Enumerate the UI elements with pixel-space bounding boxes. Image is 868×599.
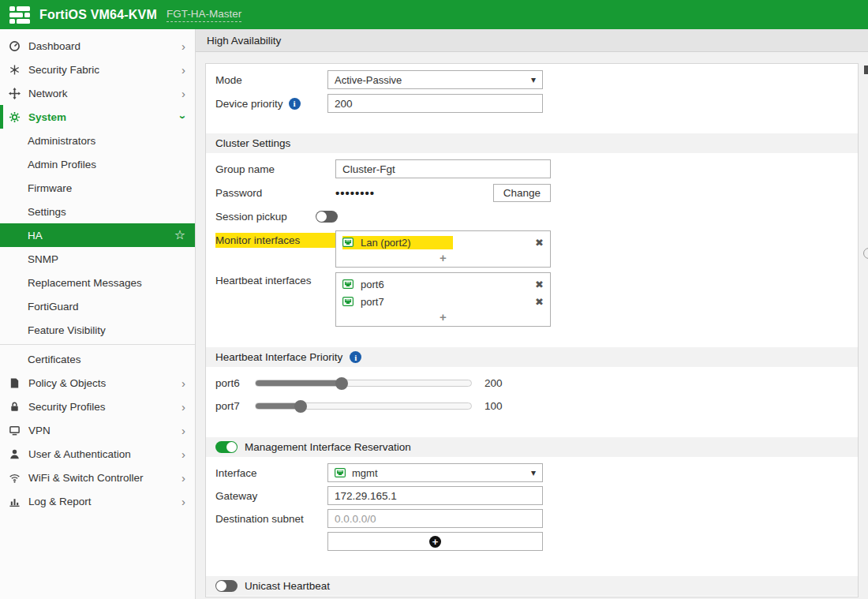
sidebar-item-firmware[interactable]: Firmware bbox=[0, 176, 195, 200]
sidebar-item-admin-profiles[interactable]: Admin Profiles bbox=[0, 152, 195, 176]
port6-priority-slider[interactable] bbox=[255, 380, 472, 387]
lock-icon bbox=[8, 401, 21, 413]
wifi-icon bbox=[8, 472, 21, 484]
chevron-down-icon bbox=[181, 111, 185, 123]
bar-chart-icon bbox=[8, 496, 21, 507]
sidebar-item-network[interactable]: Network bbox=[0, 81, 195, 105]
add-monitor-interface-button[interactable] bbox=[342, 251, 544, 265]
remove-icon[interactable] bbox=[535, 237, 544, 249]
mgmt-interface-value: mgmt bbox=[352, 467, 525, 479]
session-pickup-toggle[interactable] bbox=[316, 211, 338, 223]
sidebar-item-security-fabric[interactable]: Security Fabric bbox=[0, 58, 195, 81]
scrollbar-thumb[interactable] bbox=[864, 66, 868, 74]
remove-icon[interactable] bbox=[535, 279, 544, 290]
ha-settings-card: Mode Active-Passive Device priority bbox=[205, 63, 859, 597]
port7-priority-value: 100 bbox=[485, 400, 503, 412]
policy-icon bbox=[8, 377, 21, 389]
destination-subnet-label: Destination subnet bbox=[215, 513, 327, 525]
chevron-right-icon bbox=[181, 401, 185, 413]
port7-priority-slider[interactable] bbox=[255, 402, 472, 410]
sidebar-item-label: WiFi & Switch Controller bbox=[28, 472, 144, 484]
info-icon[interactable] bbox=[350, 351, 361, 363]
sidebar-item-label: Log & Report bbox=[28, 496, 92, 507]
sidebar-item-label: Dashboard bbox=[28, 40, 80, 52]
sidebar-item-wifi-switch-controller[interactable]: WiFi & Switch Controller bbox=[0, 466, 195, 489]
sidebar-item-system[interactable]: System bbox=[0, 105, 195, 129]
sidebar-item-label: User & Authentication bbox=[28, 448, 131, 460]
info-icon[interactable] bbox=[289, 98, 301, 110]
sidebar-item-policy-objects[interactable]: Policy & Objects bbox=[0, 371, 195, 395]
sidebar-item-user-authentication[interactable]: User & Authentication bbox=[0, 442, 195, 466]
gateway-label: Gateway bbox=[215, 490, 327, 502]
interface-name: Lan (port2) bbox=[361, 237, 411, 249]
destination-subnet-input[interactable] bbox=[327, 509, 543, 528]
add-heartbeat-interface-button[interactable] bbox=[342, 310, 544, 324]
sidebar-item-security-profiles[interactable]: Security Profiles bbox=[0, 395, 195, 418]
mode-value: Active-Passive bbox=[335, 74, 525, 86]
chevron-right-icon bbox=[181, 425, 185, 436]
sidebar-item-label: Network bbox=[28, 88, 68, 99]
group-name-input[interactable] bbox=[335, 159, 551, 178]
add-subnet-button[interactable] bbox=[327, 532, 543, 551]
user-icon bbox=[8, 448, 21, 460]
interface-entry: port7 bbox=[342, 293, 544, 310]
sidebar-item-fortiguard[interactable]: FortiGuard bbox=[0, 294, 195, 318]
favorite-star-icon[interactable] bbox=[174, 229, 185, 241]
interface-entry: Lan (port2) bbox=[342, 234, 544, 251]
section-heartbeat-interface-priority: Heartbeat Interface Priority bbox=[206, 347, 858, 367]
content-area: Mode Active-Passive Device priority bbox=[196, 52, 868, 599]
sidebar-item-label: System bbox=[28, 111, 66, 123]
fortinet-logo-icon bbox=[9, 6, 30, 24]
password-label: Password bbox=[215, 187, 335, 199]
sidebar-item-settings[interactable]: Settings bbox=[0, 200, 195, 223]
sidebar-item-label: Security Profiles bbox=[28, 401, 106, 413]
mgmt-interface-select[interactable]: mgmt bbox=[327, 463, 543, 482]
mode-select[interactable]: Active-Passive bbox=[327, 70, 543, 89]
sidebar-item-label: Policy & Objects bbox=[28, 377, 106, 389]
sidebar-item-vpn[interactable]: VPN bbox=[0, 418, 195, 442]
management-interface-reservation-toggle[interactable] bbox=[215, 441, 238, 453]
heartbeat-interfaces-box: port6 port7 bbox=[335, 272, 551, 327]
gateway-input[interactable] bbox=[327, 486, 543, 505]
fabric-icon bbox=[8, 64, 21, 76]
sidebar-item-feature-visibility[interactable]: Feature Visibility bbox=[0, 318, 195, 342]
password-mask: •••••••• bbox=[335, 186, 375, 200]
remove-icon[interactable] bbox=[535, 296, 544, 308]
ethernet-port-icon bbox=[342, 238, 354, 247]
sidebar-divider bbox=[0, 344, 195, 345]
chevron-right-icon bbox=[181, 448, 185, 460]
sidebar-item-dashboard[interactable]: Dashboard bbox=[0, 34, 195, 58]
mode-label: Mode bbox=[215, 74, 327, 86]
unicast-heartbeat-toggle[interactable] bbox=[215, 580, 238, 592]
chevron-down-icon bbox=[531, 74, 536, 85]
sidebar-item-snmp[interactable]: SNMP bbox=[0, 247, 195, 271]
sidebar: Dashboard Security Fabric Network System… bbox=[0, 29, 196, 599]
chevron-down-icon bbox=[531, 467, 536, 478]
sidebar-item-replacement-messages[interactable]: Replacement Messages bbox=[0, 271, 195, 294]
sidebar-item-log-report[interactable]: Log & Report bbox=[0, 489, 195, 513]
monitor-interfaces-label: Monitor interfaces bbox=[215, 230, 335, 248]
sidebar-item-certificates[interactable]: Certificates bbox=[0, 347, 195, 371]
sidebar-item-administrators[interactable]: Administrators bbox=[0, 129, 195, 152]
interface-name: port7 bbox=[361, 296, 384, 308]
product-name: FortiOS VM64-KVM bbox=[39, 8, 157, 22]
chevron-right-icon bbox=[181, 496, 185, 507]
interface-label: Interface bbox=[215, 467, 327, 479]
page-title: High Availability bbox=[196, 29, 868, 52]
slider-handle[interactable] bbox=[294, 400, 307, 413]
chevron-right-icon bbox=[181, 64, 185, 76]
device-priority-input[interactable] bbox=[327, 94, 543, 113]
slider-handle[interactable] bbox=[335, 377, 348, 390]
monitor-icon bbox=[8, 425, 21, 436]
hostname-breadcrumb[interactable]: FGT-HA-Master bbox=[166, 8, 241, 22]
change-password-button[interactable]: Change bbox=[493, 184, 551, 202]
port6-priority-value: 200 bbox=[485, 377, 503, 389]
monitor-interfaces-box: Lan (port2) bbox=[335, 230, 551, 268]
section-unicast-heartbeat: Unicast Heartbeat bbox=[206, 576, 858, 596]
group-name-label: Group name bbox=[215, 163, 335, 175]
sidebar-item-ha[interactable]: HA bbox=[0, 223, 195, 247]
sidebar-item-label: Security Fabric bbox=[28, 64, 99, 76]
gear-icon bbox=[8, 111, 21, 123]
clipped-side-button bbox=[863, 248, 868, 259]
top-bar: FortiOS VM64-KVM FGT-HA-Master bbox=[0, 0, 868, 29]
